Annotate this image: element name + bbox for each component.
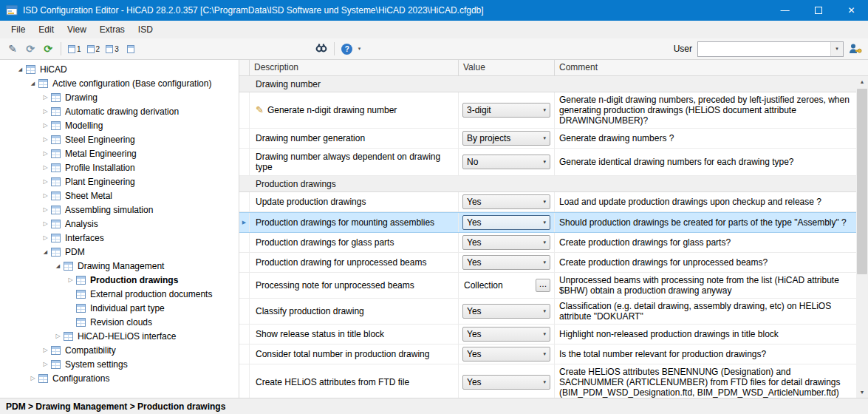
tree-item-production-drawings[interactable]: ▷Production drawings <box>0 273 239 287</box>
value-dropdown[interactable]: Yes▾ <box>462 194 550 209</box>
tree-item-individual-part-type[interactable]: Individual part type <box>0 301 239 315</box>
maximize-button[interactable] <box>802 0 835 21</box>
tree-item-interfaces[interactable]: ▷Interfaces <box>0 231 239 245</box>
tree-collapse-arrow-icon[interactable]: ◢ <box>52 263 64 269</box>
tree-level-icon <box>106 45 113 53</box>
grid-header-comment[interactable]: Comment <box>555 60 856 75</box>
tree-item-plant-engineering[interactable]: ▷Plant Engineering <box>0 174 239 189</box>
tree-item-automatic-drawing-derivation[interactable]: ▷Automatic drawing derivation <box>0 104 239 118</box>
tree-expand-arrow-icon[interactable]: ▷ <box>40 206 51 213</box>
expand-level-3-button[interactable]: 3 <box>103 41 121 57</box>
tree-item-active-configuration-base-configuration[interactable]: ◢Active configuration (Base configuratio… <box>0 76 239 90</box>
menu-isd[interactable]: ISD <box>131 21 160 38</box>
tree-item-pdm[interactable]: ◢PDM <box>0 245 239 259</box>
tree-expand-arrow-icon[interactable]: ▷ <box>40 361 51 367</box>
setting-row-update-production-drawings[interactable]: Update production drawingsYes▾Load and u… <box>239 192 856 212</box>
help-button[interactable]: ? <box>339 41 355 57</box>
user-login-icon[interactable] <box>849 43 862 55</box>
setting-row-drawing-number-always-dependent-on-drawing-type[interactable]: Drawing number always dependent on drawi… <box>239 149 856 176</box>
search-button[interactable] <box>313 41 329 57</box>
value-dropdown[interactable]: Yes▾ <box>462 375 550 390</box>
grid-header-value[interactable]: Value <box>459 60 555 75</box>
tree-item-drawing-management[interactable]: ◢Drawing Management <box>0 259 239 273</box>
tree-item-hicad[interactable]: ◢HiCAD <box>0 62 239 76</box>
value-dropdown[interactable]: Yes▾ <box>462 304 550 319</box>
tree-item-steel-engineering[interactable]: ▷Steel Engineering <box>0 132 239 146</box>
edit-value-button[interactable]: ✎ <box>4 41 21 57</box>
setting-row-show-release-status-in-title-block[interactable]: Show release status in title blockYes▾Hi… <box>239 325 856 345</box>
tree-expand-arrow-icon[interactable]: ▷ <box>40 192 51 199</box>
setting-row-drawing-number-generation[interactable]: Drawing number generationBy projects▾Gen… <box>239 129 856 149</box>
section-header-drawing-number[interactable]: Drawing number <box>239 76 856 92</box>
tree-item-assembling-simulation[interactable]: ▷Assembling simulation <box>0 203 239 217</box>
value-dropdown[interactable]: 3-digit▾ <box>462 103 550 118</box>
tree-item-modelling[interactable]: ▷Modelling <box>0 118 239 132</box>
setting-row-production-drawings-for-glass-parts[interactable]: Production drawings for glass partsYes▾C… <box>239 233 856 253</box>
section-header-production-drawings[interactable]: Production drawings <box>239 176 856 192</box>
close-button[interactable]: ✕ <box>835 0 868 21</box>
tree-expand-arrow-icon[interactable]: ▷ <box>40 150 51 157</box>
menu-extras[interactable]: Extras <box>93 21 131 38</box>
tree-expand-arrow-icon[interactable]: ▷ <box>40 94 51 101</box>
expand-all-button[interactable] <box>123 41 139 57</box>
setting-row-classify-production-drawing[interactable]: Classify production drawingYes▾Classific… <box>239 299 856 325</box>
tree-collapse-arrow-icon[interactable]: ◢ <box>40 249 51 255</box>
tree-item-profile-installation[interactable]: ▷Profile Installation <box>0 160 239 174</box>
tree-expand-arrow-icon[interactable]: ▷ <box>40 347 51 353</box>
value-dropdown[interactable]: No▾ <box>462 155 550 169</box>
tree-item-drawing[interactable]: ▷Drawing <box>0 90 239 104</box>
tree-collapse-arrow-icon[interactable]: ◢ <box>27 81 38 86</box>
setting-value-cell: By projects▾ <box>459 129 555 148</box>
value-dropdown[interactable]: Yes▾ <box>462 327 550 342</box>
tree-item-configurations[interactable]: ▷Configurations <box>0 371 239 385</box>
tree-item-sheet-metal[interactable]: ▷Sheet Metal <box>0 189 239 203</box>
tree-expand-arrow-icon[interactable]: ▷ <box>27 375 38 381</box>
tree-expand-arrow-icon[interactable]: ▷ <box>40 122 51 129</box>
menu-edit[interactable]: Edit <box>32 21 61 38</box>
minimize-button[interactable]: — <box>768 0 802 21</box>
value-dropdown[interactable]: Yes▾ <box>462 347 550 362</box>
tree-expand-arrow-icon[interactable]: ▷ <box>40 136 51 143</box>
grid-header-description[interactable]: Description <box>250 60 459 75</box>
setting-row-processing-note-for-unprocessed-beams[interactable]: Processing note for unprocessed beamsCol… <box>239 273 856 299</box>
value-dropdown[interactable]: Yes▾ <box>462 215 550 230</box>
tree-expand-arrow-icon[interactable]: ▷ <box>40 164 51 171</box>
tree-expand-arrow-icon[interactable]: ▷ <box>40 108 51 115</box>
tree-item-system-settings[interactable]: ▷System settings <box>0 357 239 371</box>
help-dropdown-arrow-icon[interactable]: ▾ <box>357 46 363 52</box>
tree-item-hicad-helios-interface[interactable]: ▷HiCAD-HELiOS interface <box>0 329 239 343</box>
tree-expand-arrow-icon[interactable]: ▷ <box>52 333 64 339</box>
expand-level-1-button[interactable]: 1 <box>66 41 83 57</box>
setting-row-consider-total-number-in-production-drawing[interactable]: Consider total number in production draw… <box>239 345 856 364</box>
tree-item-analysis[interactable]: ▷Analysis <box>0 217 239 231</box>
tree-collapse-arrow-icon[interactable]: ◢ <box>15 67 26 72</box>
browse-collection-button[interactable]: … <box>536 279 550 292</box>
tree-item-external-production-documents[interactable]: External production documents <box>0 287 239 301</box>
scrollbar-track[interactable] <box>856 87 868 387</box>
scroll-down-icon[interactable]: ▼ <box>856 387 868 398</box>
scroll-up-icon[interactable]: ▲ <box>856 76 868 87</box>
menu-file[interactable]: File <box>4 21 32 38</box>
value-dropdown[interactable]: Yes▾ <box>462 255 550 270</box>
setting-row-create-helios-attributes-from-ftd-file[interactable]: Create HELiOS attributes from FTD fileYe… <box>239 364 856 398</box>
setting-row-production-drawing-for-unprocessed-beams[interactable]: Production drawing for unprocessed beams… <box>239 253 856 273</box>
scrollbar-thumb[interactable] <box>857 89 867 274</box>
tree-expand-arrow-icon[interactable]: ▷ <box>40 220 51 227</box>
tree-item-metal-engineering[interactable]: ▷Metal Engineering <box>0 146 239 160</box>
setting-row-production-drawings-for-mounting-assemblies[interactable]: ▶Production drawings for mounting assemb… <box>239 212 856 233</box>
combobox-arrow-icon[interactable]: ▾ <box>830 42 843 56</box>
tree-item-compatibility[interactable]: ▷Compatibility <box>0 343 239 357</box>
tree-item-revision-clouds[interactable]: Revision clouds <box>0 315 239 329</box>
setting-row-generate-n-digit-drawing-number[interactable]: ✎Generate n-digit drawing number3-digit▾… <box>239 92 856 129</box>
value-dropdown[interactable]: By projects▾ <box>462 131 550 146</box>
expand-level-2-button[interactable]: 2 <box>85 41 103 57</box>
value-dropdown[interactable]: Yes▾ <box>462 235 550 250</box>
reload-button[interactable]: ⟳ <box>22 41 38 57</box>
user-combobox[interactable]: ▾ <box>697 41 844 57</box>
tree-expand-arrow-icon[interactable]: ▷ <box>40 178 51 185</box>
vertical-scrollbar[interactable]: ▲ ▼ <box>856 76 868 398</box>
tree-expand-arrow-icon[interactable]: ▷ <box>65 276 76 283</box>
tree-expand-arrow-icon[interactable]: ▷ <box>40 234 51 241</box>
menu-view[interactable]: View <box>61 21 93 38</box>
refresh-all-button[interactable]: ⟳ <box>40 41 56 57</box>
